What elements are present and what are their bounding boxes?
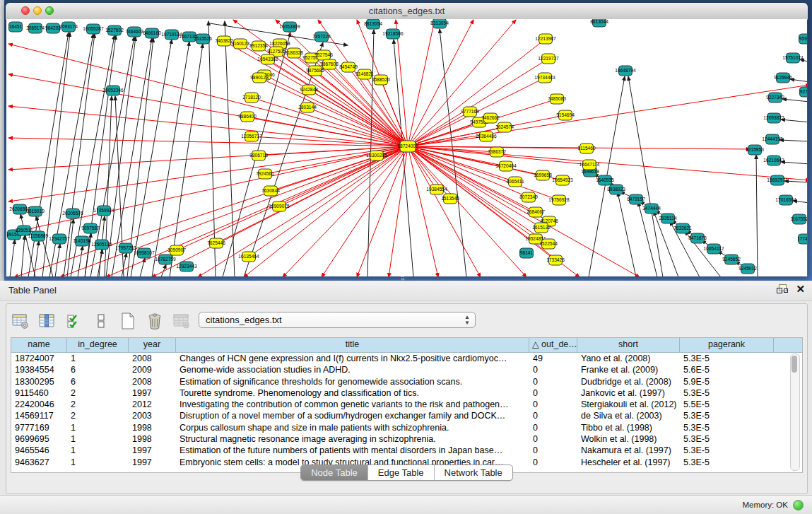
yellow-node[interactable]: 7924561: [256, 169, 274, 179]
teal-node[interactable]: 16648794: [615, 66, 636, 76]
yellow-node[interactable]: 7386372: [488, 147, 506, 157]
yellow-node[interactable]: 9115460: [577, 144, 596, 153]
teal-node[interactable]: 6479197: [627, 194, 645, 204]
yellow-node[interactable]: 18724007: [397, 141, 418, 152]
teal-node[interactable]: 12342757: [49, 234, 70, 244]
column-header-name[interactable]: name: [11, 338, 67, 352]
teal-node[interactable]: 8313054: [430, 19, 449, 28]
yellow-node[interactable]: 2803144: [298, 103, 317, 112]
teal-node[interactable]: 7357224: [312, 32, 331, 42]
yellow-node[interactable]: 1699658: [534, 170, 552, 180]
new-document-icon[interactable]: [118, 311, 138, 331]
teal-node[interactable]: 177403: [797, 234, 807, 244]
table-header-row[interactable]: namein_degreeyeartitle△ out_de…shortpage…: [11, 338, 802, 353]
teal-node[interactable]: 2935114: [659, 214, 677, 223]
yellow-node[interactable]: 16135464: [238, 252, 259, 262]
teal-node[interactable]: 3474444: [642, 204, 661, 214]
tab-network-table[interactable]: Network Table: [435, 465, 512, 480]
teal-node[interactable]: 9815019: [26, 206, 45, 216]
teal-node[interactable]: 9097587: [81, 223, 100, 233]
column-header-in_degree[interactable]: in_degree: [67, 338, 129, 352]
teal-node[interactable]: 9215953: [746, 145, 764, 155]
teal-node[interactable]: 1167553: [790, 214, 807, 224]
yellow-node[interactable]: 9527546: [314, 50, 333, 60]
table-row[interactable]: 1456911722003Disruption of a novel membe…: [11, 410, 802, 421]
yellow-node[interactable]: 7462662: [481, 113, 500, 123]
teal-node[interactable]: 9227343: [766, 93, 784, 103]
teal-node[interactable]: 20053346: [102, 86, 124, 95]
teal-node[interactable]: 7464603: [125, 27, 143, 37]
teal-node[interactable]: 1145194: [73, 236, 91, 246]
network-window-titlebar[interactable]: citations_edges.txt: [6, 3, 808, 20]
yellow-node[interactable]: 9242848: [300, 85, 318, 95]
yellow-node[interactable]: 1513545: [441, 194, 459, 204]
column-header-pagerank[interactable]: pagerank: [680, 338, 774, 352]
scrollbar-thumb[interactable]: [792, 356, 797, 373]
teal-node[interactable]: 10055287: [83, 24, 104, 34]
yellow-node[interactable]: 8454749: [339, 62, 358, 72]
teal-node[interactable]: 964203: [45, 23, 61, 33]
teal-node[interactable]: 10654112: [704, 244, 724, 254]
teal-node[interactable]: 16451: [9, 22, 23, 32]
teal-node[interactable]: 98141: [520, 248, 534, 258]
yellow-node[interactable]: 8186328: [285, 48, 303, 58]
yellow-node[interactable]: 1588520: [372, 75, 390, 85]
yellow-node[interactable]: 3624574: [495, 122, 514, 132]
teal-node[interactable]: 8471676: [688, 233, 707, 243]
table-row[interactable]: 946554611997Estimation of the future num…: [11, 445, 802, 456]
teal-node[interactable]: 8613044: [590, 19, 608, 27]
teal-node[interactable]: 92734: [800, 87, 808, 97]
teal-node[interactable]: 1640935: [596, 175, 614, 185]
yellow-node[interactable]: 19756928: [548, 195, 570, 205]
teal-node[interactable]: 16958107: [134, 248, 155, 258]
teal-node[interactable]: 9245652: [722, 255, 741, 264]
table-row[interactable]: 2242004622012Investigating the contribut…: [11, 399, 802, 410]
teal-node[interactable]: 7515526: [194, 34, 212, 44]
yellow-node[interactable]: 12056717: [241, 132, 262, 141]
close-icon[interactable]: ✕: [796, 284, 805, 294]
table-selector-combobox[interactable]: citations_edges.txt ▲▼: [199, 312, 476, 328]
yellow-node[interactable]: 1733426: [546, 255, 565, 265]
teal-node[interactable]: 7632621: [673, 223, 692, 233]
teal-node[interactable]: 12444195: [762, 134, 783, 144]
table-row[interactable]: 977716911998Corpus callosum shape and si…: [11, 422, 802, 433]
teal-node[interactable]: 95998: [799, 34, 808, 44]
teal-node[interactable]: 8813054: [364, 19, 382, 29]
yellow-node[interactable]: 9777169: [461, 107, 479, 117]
row-height-icon[interactable]: [91, 311, 111, 331]
teal-node[interactable]: 9129946: [774, 73, 792, 83]
column-header-out_de[interactable]: △ out_de…: [529, 338, 577, 352]
teal-node[interactable]: 17016504: [775, 195, 796, 205]
yellow-node[interactable]: 9886400: [238, 112, 257, 122]
teal-node[interactable]: 15751074: [782, 53, 804, 63]
teal-node[interactable]: 8938923: [607, 185, 625, 194]
yellow-node[interactable]: 9160123: [231, 39, 249, 49]
citation-network-graph[interactable]: 1645120651749642032093174100552871527602…: [6, 19, 807, 276]
teal-node[interactable]: 2093174: [59, 22, 78, 32]
yellow-node[interactable]: 19654923: [552, 175, 573, 185]
yellow-node[interactable]: 9875685: [306, 66, 324, 76]
column-header-short[interactable]: short: [577, 338, 680, 352]
table-row[interactable]: 911546021997Tourette syndrome. Phenomeno…: [11, 387, 802, 399]
yellow-node[interactable]: 12219737: [538, 54, 559, 64]
yellow-node[interactable]: 8072349: [519, 192, 538, 202]
yellow-node[interactable]: 2684067: [526, 207, 545, 217]
yellow-node[interactable]: 9154694: [556, 110, 575, 120]
float-panel-icon[interactable]: [777, 284, 787, 294]
table-row[interactable]: 1938455462009Genome-wide association stu…: [11, 364, 802, 375]
yellow-node[interactable]: 7625446: [207, 238, 225, 248]
yellow-node[interactable]: 1090907: [167, 245, 186, 255]
network-canvas[interactable]: 1645120651749642032093174100552871527602…: [6, 19, 807, 276]
column-header-title[interactable]: title: [176, 338, 529, 352]
yellow-node[interactable]: 2718120: [242, 93, 261, 103]
yellow-node[interactable]: 1615132: [532, 223, 551, 233]
teal-node[interactable]: 19218506: [382, 29, 404, 39]
teal-node[interactable]: 12505135: [91, 240, 112, 250]
table-row[interactable]: 1830029562008Estimation of significance …: [11, 376, 802, 387]
teal-node[interactable]: 16053809: [279, 22, 300, 32]
teal-node[interactable]: 12093872: [763, 113, 784, 123]
yellow-node[interactable]: 7485083: [548, 94, 566, 104]
teal-node[interactable]: 16210643: [763, 156, 784, 165]
teal-node[interactable]: 2065174: [26, 23, 45, 33]
column-header-year[interactable]: year: [129, 338, 176, 352]
